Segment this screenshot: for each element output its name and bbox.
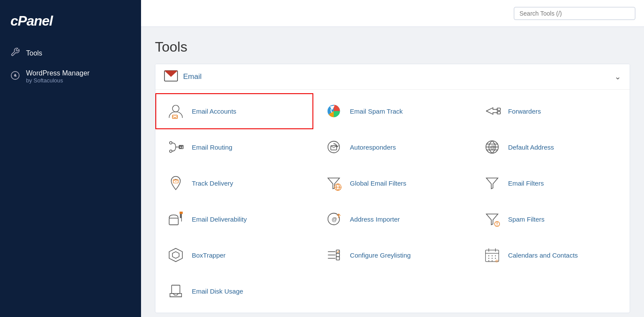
svg-point-42 [495, 255, 496, 256]
tool-spam-filters[interactable]: Spam Filters [472, 201, 630, 237]
svg-point-44 [492, 258, 493, 258]
svg-point-10 [170, 142, 172, 144]
tool-email-disk-usage[interactable]: Email Disk Usage [155, 273, 313, 309]
svg-point-43 [488, 258, 489, 258]
email-filters-icon [482, 173, 502, 193]
email-section: Email ⌄ Email Accounts [155, 64, 630, 313]
sidebar-wordpress-sublabel: by Softaculous [26, 77, 89, 84]
tool-track-delivery-label: Track Delivery [192, 180, 233, 187]
email-deliverability-icon [166, 209, 186, 229]
svg-rect-35 [336, 257, 340, 260]
svg-text:@: @ [332, 216, 338, 222]
collapse-icon[interactable]: ⌄ [614, 72, 621, 82]
configure-greylisting-icon [324, 245, 344, 265]
tool-address-importer[interactable]: @ Address Importer [313, 201, 471, 237]
tool-default-address[interactable]: @ Default Address [472, 129, 630, 165]
tool-email-accounts-label: Email Accounts [192, 108, 237, 115]
search-input[interactable] [519, 10, 630, 17]
tool-calendars-and-contacts[interactable]: @ Calendars and Contacts [472, 237, 630, 273]
tool-forwarders[interactable]: Forwarders [472, 93, 630, 129]
tool-email-deliverability[interactable]: Email Deliverability [155, 201, 313, 237]
tool-boxtrapper-label: BoxTrapper [192, 252, 226, 259]
tool-email-spam-track[interactable]: Email Spam Track [313, 93, 471, 129]
email-accounts-icon [166, 101, 186, 121]
tool-email-filters-label: Email Filters [508, 180, 544, 187]
sidebar: cPanel Tools WordPress Manager by Softac… [0, 0, 141, 317]
tools-grid: Email Accounts [155, 90, 630, 313]
tool-calendars-and-contacts-label: Calendars and Contacts [508, 252, 578, 259]
svg-text:@: @ [490, 144, 495, 150]
svg-rect-49 [171, 285, 180, 294]
sidebar-tools-label: Tools [26, 49, 42, 57]
tool-autoresponders-label: Autoresponders [350, 144, 396, 151]
cpanel-logo: cPanel [0, 9, 141, 42]
page-title: Tools [155, 39, 630, 55]
tool-email-spam-track-label: Email Spam Track [350, 108, 403, 115]
svg-text:@: @ [495, 259, 498, 263]
tool-forwarders-label: Forwarders [508, 108, 541, 115]
svg-marker-28 [169, 248, 183, 262]
svg-point-1 [14, 75, 16, 76]
svg-point-11 [170, 150, 172, 153]
email-disk-usage-icon [166, 281, 186, 301]
header [141, 0, 644, 27]
forwarders-icon [482, 101, 502, 121]
tool-address-importer-label: Address Importer [350, 216, 400, 223]
spam-filters-icon [482, 209, 502, 229]
tool-boxtrapper[interactable]: BoxTrapper [155, 237, 313, 273]
tool-email-deliverability-label: Email Deliverability [192, 216, 247, 223]
svg-rect-23 [180, 212, 183, 214]
email-spam-track-icon [324, 101, 344, 121]
search-box[interactable] [514, 7, 635, 20]
email-section-title: Email [183, 72, 202, 81]
track-delivery-icon [166, 173, 186, 193]
svg-rect-34 [336, 253, 340, 257]
tool-autoresponders[interactable]: Autoresponders [313, 129, 471, 165]
svg-point-40 [488, 255, 489, 256]
tool-default-address-label: Default Address [508, 144, 554, 151]
tool-configure-greylisting[interactable]: Configure Greylisting [313, 237, 471, 273]
wrench-icon [10, 47, 20, 59]
tool-global-email-filters-label: Global Email Filters [350, 180, 406, 187]
tool-email-accounts[interactable]: Email Accounts [155, 93, 313, 129]
tool-global-email-filters[interactable]: Global Email Filters [313, 165, 471, 201]
svg-rect-21 [169, 218, 178, 225]
main-content: Tools Email ⌄ [141, 0, 644, 317]
tool-email-filters[interactable]: Email Filters [472, 165, 630, 201]
tool-email-routing[interactable]: Email Routing [155, 129, 313, 165]
calendars-and-contacts-icon: @ [482, 245, 502, 265]
tool-track-delivery[interactable]: Track Delivery [155, 165, 313, 201]
svg-point-47 [492, 260, 493, 261]
sidebar-wordpress-label: WordPress Manager [26, 69, 89, 77]
tool-email-disk-usage-label: Email Disk Usage [192, 288, 243, 295]
tool-configure-greylisting-label: Configure Greylisting [350, 252, 411, 259]
svg-point-41 [492, 255, 493, 256]
svg-point-46 [488, 260, 489, 261]
address-importer-icon: @ [324, 209, 344, 229]
autoresponders-icon [324, 137, 344, 157]
email-routing-icon [166, 137, 186, 157]
sidebar-item-tools[interactable]: Tools [0, 42, 141, 64]
boxtrapper-icon [166, 245, 186, 265]
email-section-icon [164, 70, 178, 83]
tool-email-routing-label: Email Routing [192, 144, 232, 151]
svg-point-27 [496, 225, 497, 225]
tool-spam-filters-label: Spam Filters [508, 216, 545, 223]
wordpress-icon [10, 71, 20, 82]
svg-marker-29 [172, 252, 179, 258]
default-address-icon: @ [482, 137, 502, 157]
section-header-email: Email ⌄ [155, 64, 630, 90]
content-area: Tools Email ⌄ [141, 27, 644, 317]
svg-point-14 [328, 141, 340, 153]
sidebar-item-wordpress[interactable]: WordPress Manager by Softaculous [0, 64, 141, 89]
global-email-filters-icon [324, 173, 344, 193]
section-header-left: Email [164, 70, 202, 83]
svg-point-4 [172, 105, 179, 112]
